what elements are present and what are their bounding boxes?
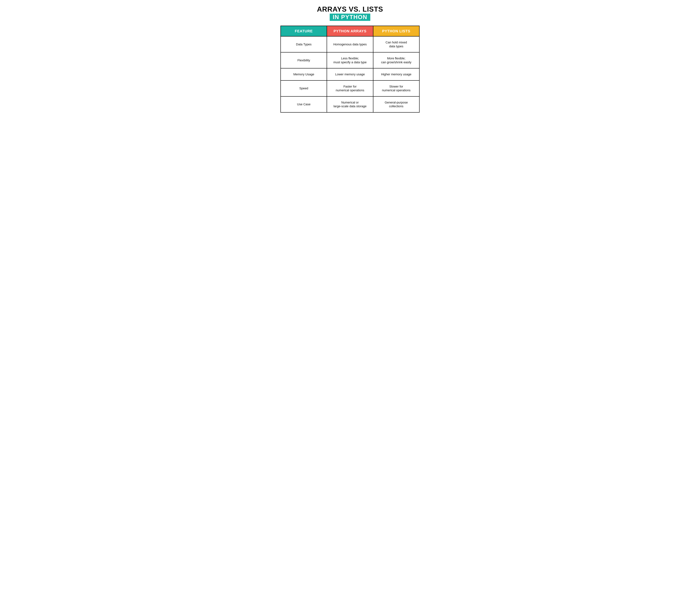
cell-text: Faster for numerical operations [336,85,364,92]
page: ARRAYS VS. LISTS IN PYTHON FEATURE PYTHO… [274,5,426,113]
comparison-table: FEATURE PYTHON ARRAYS PYTHON LISTS Data … [280,26,420,113]
title-block: ARRAYS VS. LISTS IN PYTHON [274,5,426,21]
cell-text: Higher memory usage [381,73,411,76]
cell-text: Use Case [297,103,311,106]
lists-cell: Higher memory usage [373,68,419,80]
feature-cell: Use Case [281,96,327,112]
table-body: Data Types Homogenous data types Can hol… [281,36,420,113]
arrays-cell: Numerical or large-scale data storage [327,96,373,112]
cell-text: Flexibility [298,59,310,62]
feature-cell: Data Types [281,36,327,53]
title-highlight: IN PYTHON [330,14,370,21]
header-arrays: PYTHON ARRAYS [327,26,373,36]
lists-cell: Slower for numerical operations [373,80,419,96]
table-row: Use Case Numerical or large-scale data s… [281,96,420,112]
cell-text: Numerical or large-scale data storage [334,101,366,108]
table-row: Memory Usage Lower memory usage Higher m… [281,68,420,80]
cell-text: General-purpose collections [385,101,408,108]
lists-cell: More flexible; can grow/shrink easily [373,53,419,68]
lists-cell: Can hold mixed data types [373,36,419,53]
table-row: Data Types Homogenous data types Can hol… [281,36,420,53]
arrays-cell: Less flexible; must specify a data type [327,53,373,68]
arrays-cell: Homogenous data types [327,36,373,53]
lists-cell: General-purpose collections [373,96,419,112]
feature-cell: Memory Usage [281,68,327,80]
cell-text: Lower memory usage [335,73,365,76]
cell-text: More flexible; can grow/shrink easily [381,57,411,64]
header-row: FEATURE PYTHON ARRAYS PYTHON LISTS [281,26,420,36]
title-line-1: ARRAYS VS. LISTS [274,5,426,13]
table-head: FEATURE PYTHON ARRAYS PYTHON LISTS [281,26,420,36]
cell-text: Less flexible; must specify a data type [333,57,366,64]
cell-text: Slower for numerical operations [382,85,410,92]
cell-text: Speed [299,87,308,90]
table-row: Flexibility Less flexible; must specify … [281,53,420,68]
arrays-cell: Faster for numerical operations [327,80,373,96]
cell-text: Can hold mixed data types [385,41,407,48]
arrays-cell: Lower memory usage [327,68,373,80]
feature-cell: Speed [281,80,327,96]
feature-cell: Flexibility [281,53,327,68]
table-row: Speed Faster for numerical operations Sl… [281,80,420,96]
cell-text: Data Types [296,43,311,46]
header-feature: FEATURE [281,26,327,36]
cell-text: Homogenous data types [333,43,367,46]
header-lists: PYTHON LISTS [373,26,419,36]
title-line-2: IN PYTHON [333,14,367,20]
cell-text: Memory Usage [293,73,314,76]
